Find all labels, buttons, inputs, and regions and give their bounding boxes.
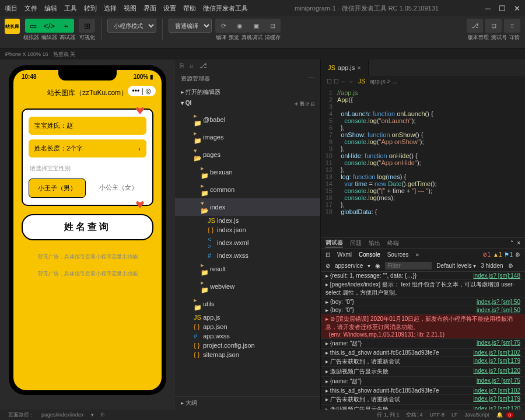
tree-item-index.js[interactable]: JS index.js	[175, 216, 320, 225]
tree-item-app.json[interactable]: { } app.json	[175, 322, 320, 331]
encoding[interactable]: UTF-8	[430, 412, 445, 418]
version-icon[interactable]: ⎇	[467, 19, 483, 33]
editor-button[interactable]: </>	[41, 19, 58, 33]
levels-select[interactable]: Default levels ▾	[436, 262, 476, 269]
minimize-icon[interactable]: ─	[485, 4, 491, 13]
clear-console-icon[interactable]: ⊘	[326, 262, 330, 269]
open-editors-section[interactable]: ▸ 打开的编辑器	[175, 86, 320, 98]
tree-item-common[interactable]: ▸ 📁 common	[175, 181, 320, 198]
maximize-icon[interactable]: ☐	[499, 4, 506, 13]
menu-界面[interactable]: 界面	[144, 4, 156, 13]
hot-reload[interactable]: 热重载 关	[53, 51, 76, 58]
tree-item-beixuan[interactable]: ▸ 📁 beixuan	[175, 163, 320, 181]
tree-item-index.json[interactable]: { } index.json	[175, 225, 320, 235]
menu-视图[interactable]: 视图	[124, 4, 136, 13]
js-icon: JS	[358, 78, 365, 85]
detail-label: 详情	[509, 34, 520, 41]
tab-debugger[interactable]: 调试器	[326, 239, 343, 247]
inspect-icon[interactable]: ⊡	[326, 251, 330, 258]
more-icon[interactable]: ⋯	[309, 75, 314, 83]
surname-input[interactable]: 宝宝姓氏：赵	[29, 117, 146, 135]
query-button[interactable]: 姓名查询	[22, 214, 153, 240]
context-select[interactable]: appservice	[335, 262, 363, 269]
tab-issues[interactable]: 问题	[350, 239, 362, 247]
explorer-panel: ⎘ ⌕ ⎇ 资源管理器 ⋯ ▸ 打开的编辑器 ▾ QI ＋ ⎘ ⟳ ⊟ ▸ 📁 …	[175, 60, 321, 410]
eol[interactable]: LF	[452, 412, 458, 418]
copy-icon[interactable]: ⎘	[101, 412, 104, 418]
menu-转到[interactable]: 转到	[84, 4, 97, 13]
route-value[interactable]: pages/index/index	[41, 412, 84, 418]
tab-wxml[interactable]: Wxml	[337, 251, 352, 258]
tree-item-pages[interactable]: ▾ 📂 pages	[175, 146, 320, 163]
remote-icon[interactable]: ▣	[248, 19, 264, 33]
test-icon[interactable]: ⊡	[485, 19, 502, 33]
device-name[interactable]: iPhone X 100% 16	[5, 51, 48, 57]
filter-input[interactable]	[385, 262, 432, 270]
console-output[interactable]: ▸ {result: 1, message: "", data: {…}}ind…	[321, 272, 525, 410]
code-editor[interactable]: 1//app.js2App({34 onLaunch: function onL…	[321, 87, 525, 237]
menu-编辑[interactable]: 编辑	[44, 4, 57, 13]
panel-close-icon[interactable]: ×	[517, 240, 520, 246]
length-select[interactable]: 姓名长度：2个字 ›	[29, 139, 146, 158]
root-folder[interactable]: ▾ QI ＋ ⎘ ⟳ ⊟	[175, 98, 320, 110]
outline-section[interactable]: ▸ 大纲	[175, 396, 320, 410]
tab-console[interactable]: Console	[359, 251, 380, 258]
tab-terminal[interactable]: 终端	[387, 239, 399, 247]
heart-icon	[136, 106, 144, 114]
ad-placeholder: 暂无广告，具体指引查看小程序流量主功能	[13, 249, 162, 265]
dropdown-icon[interactable]: ▾	[91, 412, 94, 418]
chevron-right-icon[interactable]: »	[415, 251, 419, 258]
visual-button[interactable]: ⊞	[79, 19, 95, 33]
indent-info[interactable]: 空格: 4	[406, 411, 422, 419]
bookmark-icon[interactable]: ☐ ☐ ← →	[327, 78, 354, 85]
editor-panel: JS app.js × ☐ ☐ ← → JS app.js > ... 1//a…	[321, 60, 525, 410]
cursor-position[interactable]: 行 1, 列 1	[377, 411, 399, 419]
file-tree: ▸ 📁 @babel▸ 📁 images▾ 📂 pages▸ 📁 beixuan…	[175, 110, 320, 360]
tree-item-images[interactable]: ▸ 📁 images	[175, 128, 320, 146]
preview-icon[interactable]: ◉	[232, 19, 248, 33]
compile-icon[interactable]: ⟳	[215, 19, 232, 33]
menu-帮助[interactable]: 帮助	[183, 4, 196, 13]
gear-icon[interactable]: ⚙	[515, 251, 520, 258]
menu-工具[interactable]: 工具	[64, 4, 77, 13]
tree-item-utils[interactable]: ▸ 📁 utils	[175, 295, 320, 313]
chevron-up-icon[interactable]: ˄	[510, 240, 513, 246]
tree-item-webview[interactable]: ▸ 📁 webview	[175, 278, 320, 295]
detail-icon[interactable]: ≡	[504, 19, 520, 33]
tree-item-result[interactable]: ▸ 📁 result	[175, 260, 320, 278]
branch-icon[interactable]: ⎇	[200, 62, 207, 69]
clear-icon[interactable]: ⊟	[264, 19, 281, 33]
tree-item-index[interactable]: ▾ 📂 index	[175, 198, 320, 216]
mode-select[interactable]: 小程序模式	[107, 19, 156, 33]
tree-item-app.js[interactable]: JS app.js	[175, 313, 320, 322]
close-icon[interactable]: ✕	[514, 4, 520, 13]
debugger-button[interactable]: ⌁	[58, 19, 74, 33]
bell-icon[interactable]: 🔔0	[496, 412, 517, 418]
tree-item-@babel[interactable]: ▸ 📁 @babel	[175, 111, 320, 128]
gender-boy-button[interactable]: 小王子（男）	[29, 178, 86, 198]
menu-文件[interactable]: 文件	[24, 4, 37, 13]
language[interactable]: JavaScript	[465, 412, 489, 418]
tree-item-project.config.json[interactable]: { } project.config.json	[175, 341, 320, 350]
menu-设置[interactable]: 设置	[163, 4, 176, 13]
compile-select[interactable]: 普通编译	[169, 19, 212, 33]
simulator-button[interactable]: ▭	[25, 19, 41, 33]
eye-icon[interactable]: ◉	[375, 262, 380, 269]
tree-item-app.wxss[interactable]: # app.wxss	[175, 331, 320, 341]
search-icon[interactable]: ⌕	[190, 62, 194, 69]
breadcrumb[interactable]: ☐ ☐ ← → JS app.js > ...	[321, 76, 525, 87]
menu-选择[interactable]: 选择	[104, 4, 117, 13]
tree-item-sitemap.json[interactable]: { } sitemap.json	[175, 350, 320, 359]
tree-item-index.wxml[interactable]: < > index.wxml	[175, 235, 320, 251]
editor-tab[interactable]: JS app.js ×	[321, 60, 369, 76]
tab-output[interactable]: 输出	[369, 239, 380, 247]
capsule-button[interactable]: ••• | ◎	[128, 86, 156, 96]
gender-girl-button[interactable]: 小公主（女）	[90, 178, 146, 198]
tree-item-index.wxss[interactable]: # index.wxss	[175, 251, 320, 260]
files-icon[interactable]: ⎘	[180, 62, 184, 69]
close-tab-icon[interactable]: ×	[357, 64, 360, 71]
tab-sources[interactable]: Sources	[387, 251, 409, 258]
gear-icon[interactable]: ⚙	[508, 262, 513, 269]
menu-微信开发者工具[interactable]: 微信开发者工具	[203, 4, 248, 13]
menu-项目[interactable]: 项目	[5, 4, 18, 13]
